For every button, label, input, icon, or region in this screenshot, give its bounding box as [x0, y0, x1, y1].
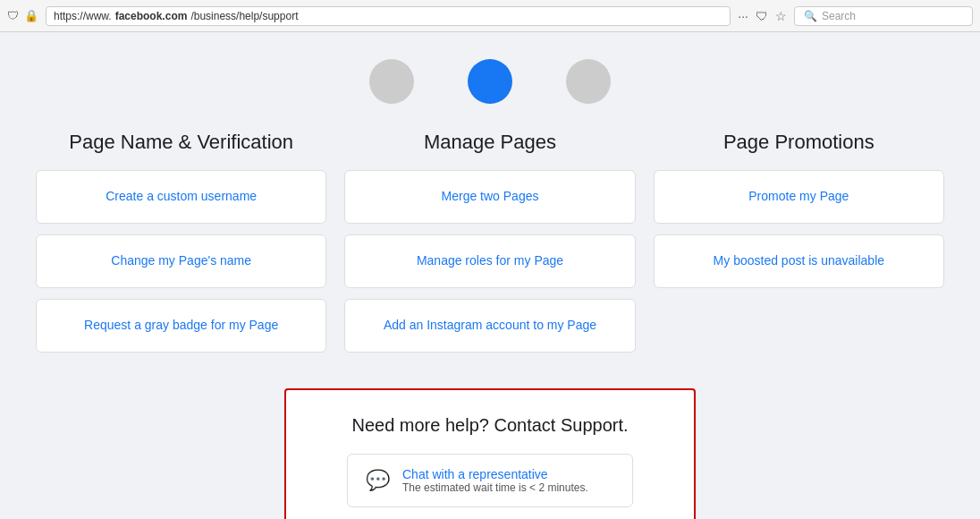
page-name-buttons: Create a custom username Change my Page'…	[36, 170, 326, 353]
search-placeholder: Search	[822, 10, 856, 22]
btn-manage-roles[interactable]: Manage roles for my Page	[344, 234, 635, 288]
circle-2-active	[468, 59, 512, 104]
lock-icon: 🔒	[24, 9, 38, 22]
category-page-promotions: Page Promotions Promote my Page My boost…	[654, 131, 944, 353]
category-page-name-verification: Page Name & Verification Create a custom…	[36, 131, 326, 353]
categories-row: Page Name & Verification Create a custom…	[36, 131, 944, 353]
search-icon: 🔍	[804, 10, 817, 22]
browser-icons-left: 🛡 🔒	[7, 9, 38, 22]
chat-label: Chat with a representative	[402, 467, 588, 481]
circle-1	[369, 59, 414, 104]
btn-merge-two-pages[interactable]: Merge two Pages	[344, 170, 635, 224]
page-content: Page Name & Verification Create a custom…	[0, 32, 980, 519]
url-bar[interactable]: https://www.facebook.com/business/help/s…	[46, 6, 731, 26]
url-suffix: /business/help/support	[190, 10, 298, 22]
btn-change-page-name[interactable]: Change my Page's name	[36, 234, 326, 288]
category-title-promotions: Page Promotions	[654, 131, 944, 154]
search-box[interactable]: 🔍 Search	[794, 6, 973, 26]
shield-icon: 🛡	[7, 9, 19, 22]
btn-promote-page[interactable]: Promote my Page	[654, 170, 944, 224]
category-title-page-name: Page Name & Verification	[36, 131, 326, 154]
category-manage-pages: Manage Pages Merge two Pages Manage role…	[344, 131, 635, 353]
category-title-manage-pages: Manage Pages	[344, 131, 635, 154]
url-actions: ··· 🛡 ☆	[738, 9, 787, 23]
browser-bar: 🛡 🔒 https://www.facebook.com/business/he…	[0, 0, 980, 32]
chat-sub: The estimated wait time is < 2 minutes.	[402, 481, 588, 494]
btn-add-instagram[interactable]: Add an Instagram account to my Page	[344, 299, 635, 353]
chat-bubble-icon: 💬	[366, 469, 390, 492]
btn-boosted-post-unavailable[interactable]: My boosted post is unavailable	[654, 234, 944, 288]
manage-pages-buttons: Merge two Pages Manage roles for my Page…	[344, 170, 635, 353]
star-icon[interactable]: ☆	[775, 9, 787, 23]
chat-text: Chat with a representative The estimated…	[402, 467, 588, 494]
url-prefix: https://www.	[54, 10, 112, 22]
promotions-buttons: Promote my Page My boosted post is unava…	[654, 170, 944, 288]
more-icon[interactable]: ···	[738, 9, 748, 23]
shield-check-icon[interactable]: 🛡	[756, 9, 768, 23]
contact-support-box: Need more help? Contact Support. 💬 Chat …	[284, 388, 696, 519]
chat-option[interactable]: 💬 Chat with a representative The estimat…	[347, 454, 633, 507]
circle-3	[566, 59, 611, 104]
btn-request-gray-badge[interactable]: Request a gray badge for my Page	[36, 299, 326, 353]
progress-circles	[36, 50, 944, 104]
url-domain: facebook.com	[115, 10, 188, 22]
support-title: Need more help? Contact Support.	[313, 415, 667, 436]
btn-create-custom-username[interactable]: Create a custom username	[36, 170, 326, 224]
